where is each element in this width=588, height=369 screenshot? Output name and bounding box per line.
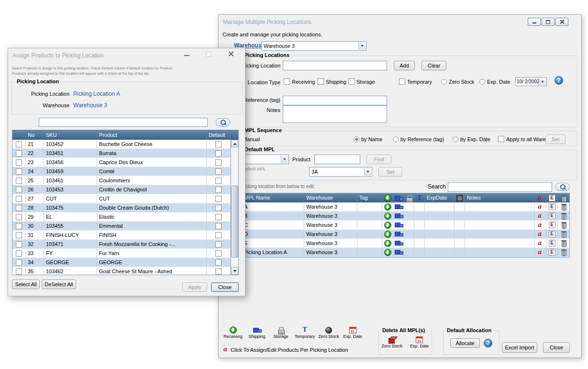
column-header-no[interactable]: No (26, 130, 44, 140)
row-select-checkbox[interactable] (16, 168, 22, 175)
product-row[interactable]: 32 103471 Fresh Mozzarella for Cooking -… (12, 240, 231, 249)
temporary-checkbox[interactable]: Temporary (399, 78, 432, 85)
scroll-up-button[interactable] (231, 140, 238, 147)
zero-stock-radio[interactable]: Zero Stock (441, 78, 474, 85)
close-button[interactable]: Close (211, 282, 239, 292)
scroll-down-button[interactable] (231, 267, 238, 275)
chevron-down-icon[interactable] (358, 42, 366, 50)
column-header-notes[interactable]: Notes (465, 193, 535, 202)
default-checkbox[interactable] (215, 268, 222, 275)
mpl-row[interactable]: B Warehouse 3 (224, 212, 569, 221)
product-search-input[interactable] (39, 118, 208, 127)
default-checkbox[interactable] (215, 178, 222, 184)
product-row[interactable]: 30 103455 Emmental (12, 222, 231, 231)
mpl-search-button[interactable] (555, 183, 570, 191)
receiving-checkbox[interactable]: Receiving (284, 78, 315, 85)
default-checkbox[interactable] (215, 159, 222, 166)
close-button[interactable]: Close (543, 342, 570, 353)
mpl-row[interactable]: E Warehouse 3 (224, 239, 569, 248)
product-input[interactable] (314, 155, 360, 164)
row-select-checkbox[interactable] (16, 250, 22, 257)
chevron-down-icon[interactable] (364, 168, 371, 176)
product-row[interactable]: 22 103451 Burrata (12, 149, 231, 158)
column-header-tag[interactable]: Tag (357, 193, 382, 202)
mpl-row[interactable]: D Warehouse 3 (224, 230, 569, 239)
row-select-checkbox[interactable] (16, 259, 22, 266)
help-icon[interactable] (555, 76, 563, 85)
excel-import-button[interactable]: Excel Import (502, 342, 537, 353)
row-select-checkbox[interactable] (16, 150, 22, 157)
row-select-checkbox[interactable] (16, 232, 22, 238)
select-all-button[interactable]: Select All (12, 280, 40, 289)
product-row[interactable]: 29 EL Elastic (12, 212, 231, 222)
notes-input[interactable] (283, 105, 387, 123)
row-select-checkbox[interactable] (16, 178, 22, 184)
row-select-checkbox[interactable] (16, 223, 22, 229)
row-select-checkbox[interactable] (16, 159, 22, 166)
assign-products-icon[interactable] (538, 212, 543, 220)
by-reference-radio[interactable]: by Reference (tag) (393, 135, 444, 143)
add-button[interactable]: Add (394, 61, 415, 70)
close-button[interactable] (555, 18, 568, 26)
default-checkbox[interactable] (215, 232, 222, 238)
delete-zero-stock-button[interactable]: Zero Stock (381, 336, 402, 348)
apply-button[interactable]: Apply (182, 282, 207, 292)
find-button[interactable]: Find (366, 155, 391, 164)
mpl-row[interactable]: C Warehouse 3 (224, 221, 569, 230)
row-select-checkbox[interactable] (16, 187, 22, 193)
delete-icon[interactable] (561, 203, 566, 210)
delete-icon[interactable] (561, 231, 566, 237)
assign-products-icon[interactable] (538, 248, 543, 256)
minimize-button[interactable] (528, 18, 541, 26)
row-select-checkbox[interactable] (16, 196, 22, 202)
exp-date-picker[interactable]: 10/ 2/2002 (515, 77, 547, 86)
delete-icon[interactable] (561, 240, 566, 246)
edit-icon[interactable] (549, 222, 555, 228)
assign-products-icon[interactable] (538, 221, 543, 229)
chevron-down-icon[interactable] (539, 78, 546, 85)
column-header-warehouse[interactable]: Warehouse (304, 193, 357, 202)
minimize-icon[interactable] (184, 55, 189, 56)
row-select-checkbox[interactable] (16, 141, 22, 147)
default-mpl-set-button[interactable]: Set (378, 167, 402, 177)
product-row[interactable]: 33 FY Fur Yarn (12, 249, 231, 258)
edit-icon[interactable] (549, 212, 555, 219)
default-checkbox[interactable] (215, 205, 222, 211)
default-checkbox[interactable] (215, 196, 222, 202)
product-row[interactable]: 25 103461 Coulommiers (12, 176, 231, 185)
edit-icon[interactable] (549, 231, 555, 237)
shipping-checkbox[interactable]: Shipping (318, 78, 346, 85)
delete-icon[interactable] (561, 249, 566, 256)
product-row[interactable]: 21 103452 Buchette Goat Cheese (12, 140, 231, 149)
assign-products-icon[interactable] (538, 239, 543, 247)
row-select-checkbox[interactable] (16, 214, 22, 220)
default-mpl-warehouse-select[interactable] (242, 155, 289, 164)
close-icon[interactable] (228, 51, 234, 56)
row-select-checkbox[interactable] (16, 241, 22, 247)
row-select-checkbox[interactable] (16, 205, 22, 211)
column-header-product[interactable]: Product (97, 130, 207, 140)
reference-tag-input[interactable] (283, 96, 387, 105)
edit-icon[interactable] (549, 203, 555, 210)
column-header-sku[interactable]: SKU (44, 130, 97, 140)
delete-exp-date-button[interactable]: Exp. Date (410, 336, 429, 348)
row-select-checkbox[interactable] (16, 268, 22, 275)
default-checkbox[interactable] (215, 150, 222, 157)
product-row[interactable]: 28 103475 Double Cream Gouda (Dutch) (12, 203, 231, 212)
maximize-icon[interactable] (206, 52, 211, 56)
storage-checkbox[interactable]: Storage (348, 78, 375, 85)
scrollbar-thumb[interactable] (231, 186, 238, 257)
delete-icon[interactable] (561, 222, 566, 228)
product-row[interactable]: 34 GEORGE GEORGE (12, 258, 231, 267)
column-header-expdate[interactable]: ExpDate (425, 193, 455, 202)
default-mpl-select[interactable]: 3A (309, 167, 372, 177)
warehouse-select[interactable]: Warehouse 3 (261, 41, 366, 51)
mpl-search-input[interactable] (448, 182, 552, 192)
default-checkbox[interactable] (215, 241, 222, 247)
deselect-all-button[interactable]: DeSelect All (42, 280, 76, 289)
help-icon[interactable] (484, 339, 492, 347)
mpl-row[interactable]: A Warehouse 3 (224, 202, 569, 212)
delete-icon[interactable] (561, 212, 566, 219)
assign-products-icon[interactable] (538, 230, 543, 238)
default-checkbox[interactable] (215, 250, 222, 257)
